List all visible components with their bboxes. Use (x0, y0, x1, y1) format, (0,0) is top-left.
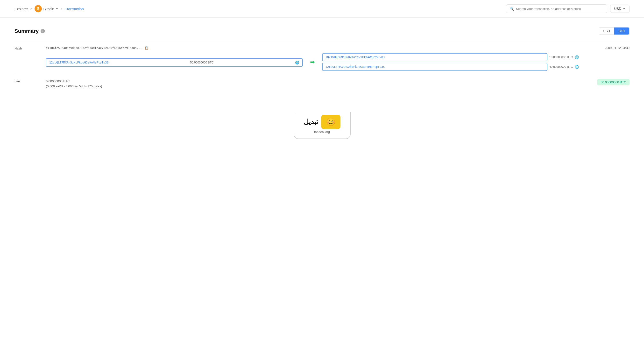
input-address-container: 12cbQLTFMXRnSzktFkuoG3eHoMeFtpTu3S 50.00… (46, 57, 303, 67)
globe-icon-output-2: 🌐 (575, 65, 579, 69)
breadcrumb: Explorer > ₿ Bitcoin ▼ > Transaction (14, 5, 84, 12)
transaction-link[interactable]: Transaction (65, 7, 84, 11)
output-addresses-container: 1Q2TWHE3GMdB6BZKafqwxXtWAWgFt5Jvm3 10.00… (322, 53, 579, 71)
output-address-box-2[interactable]: 12cbQLTFMXRnSzktFkuoG3eHoMeFtpTu3S (322, 63, 548, 71)
summary-header: Summary i USD BTC (14, 27, 630, 35)
watermark-text: تبديل (304, 118, 318, 126)
copy-icon[interactable]: 📋 (145, 46, 148, 50)
currency-dropdown[interactable]: USD ▼ (610, 4, 630, 13)
currency-label: USD (614, 7, 622, 11)
search-icon: 🔍 (510, 6, 514, 11)
input-address-text: 12cbQLTFMXRnSzktFkuoG3eHoMeFtpTu3S (49, 61, 109, 64)
output-address-text-2: 12cbQLTFMXRnSzktFkuoG3eHoMeFtpTu3S (326, 65, 544, 68)
summary-title: Summary (14, 28, 39, 34)
search-input[interactable] (516, 7, 604, 11)
fee-sat: (0.000 sat/B - 0.000 sat/WU - 275 bytes) (46, 84, 579, 89)
search-box: 🔍 (506, 4, 607, 13)
hash-value-container: f4184fc596403b9d638783cf57adfe4c75c605f6… (46, 46, 579, 50)
output-amount-2: 40.00000000 BTC (549, 65, 573, 68)
chevron-1: > (30, 7, 32, 11)
currency-dropdown-arrow: ▼ (623, 7, 626, 10)
toggle-btc-button[interactable]: BTC (614, 27, 629, 34)
fee-details-container: 0.00000000 BTC (0.000 sat/B - 0.000 sat/… (46, 79, 579, 89)
watermark-url: tabdeal.org (314, 130, 330, 134)
info-icon[interactable]: i (40, 29, 45, 33)
watermark-smiley: 😊 (321, 115, 340, 129)
bitcoin-label-text: Bitcoin (43, 7, 54, 11)
globe-icon-input: 🌐 (295, 60, 299, 64)
fee-label: Fee (14, 79, 44, 83)
bitcoin-icon: ₿ (34, 5, 42, 12)
output-row-2: 12cbQLTFMXRnSzktFkuoG3eHoMeFtpTu3S 40.00… (322, 63, 579, 71)
chevron-2: > (60, 7, 62, 11)
watermark-logo: تبديل 😊 (304, 115, 340, 129)
watermark-arabic: تبديل (304, 118, 318, 126)
output-row-1: 1Q2TWHE3GMdB6BZKafqwxXtWAWgFt5Jvm3 10.00… (322, 53, 579, 61)
explorer-link[interactable]: Explorer (14, 7, 28, 11)
timestamp: 2009-01-12 04:30 (581, 46, 630, 50)
toggle-usd-button[interactable]: USD (599, 27, 614, 34)
transaction-arrow: ➡ (305, 59, 320, 65)
main-content: Summary i USD BTC Hash f4184fc596403b9d6… (0, 18, 644, 103)
fee-row: Fee 0.00000000 BTC (0.000 sat/B - 0.000 … (14, 75, 630, 93)
currency-toggle-group: USD BTC (599, 27, 630, 35)
nav-bar: Explorer > ₿ Bitcoin ▼ > Transaction 🔍 U… (0, 0, 644, 18)
input-btc-amount: 50.00000000 BTC (190, 61, 214, 64)
output-amount-1: 10.00000000 BTC (549, 55, 573, 59)
hash-value: f4184fc596403b9d638783cf57adfe4c75c605f6… (46, 46, 142, 50)
total-output-badge: 50.00000000 BTC (597, 79, 630, 85)
globe-icon-output-1: 🌐 (575, 55, 579, 59)
fee-btc: 0.00000000 BTC (46, 79, 579, 84)
fee-amount-cell: 50.00000000 BTC (581, 79, 630, 85)
output-address-box-1[interactable]: 1Q2TWHE3GMdB6BZKafqwxXtWAWgFt5Jvm3 (322, 53, 548, 61)
bitcoin-dropdown-arrow: ▼ (56, 7, 58, 10)
input-address-box[interactable]: 12cbQLTFMXRnSzktFkuoG3eHoMeFtpTu3S 50.00… (46, 58, 303, 67)
hash-row: Hash f4184fc596403b9d638783cf57adfe4c75c… (14, 42, 630, 75)
watermark: تبديل 😊 tabdeal.org (0, 103, 644, 144)
hash-label: Hash (14, 46, 44, 50)
nav-right: 🔍 USD ▼ (506, 4, 630, 13)
output-address-text-1: 1Q2TWHE3GMdB6BZKafqwxXtWAWgFt5Jvm3 (326, 55, 544, 59)
bitcoin-selector[interactable]: ₿ Bitcoin ▼ (34, 5, 58, 12)
